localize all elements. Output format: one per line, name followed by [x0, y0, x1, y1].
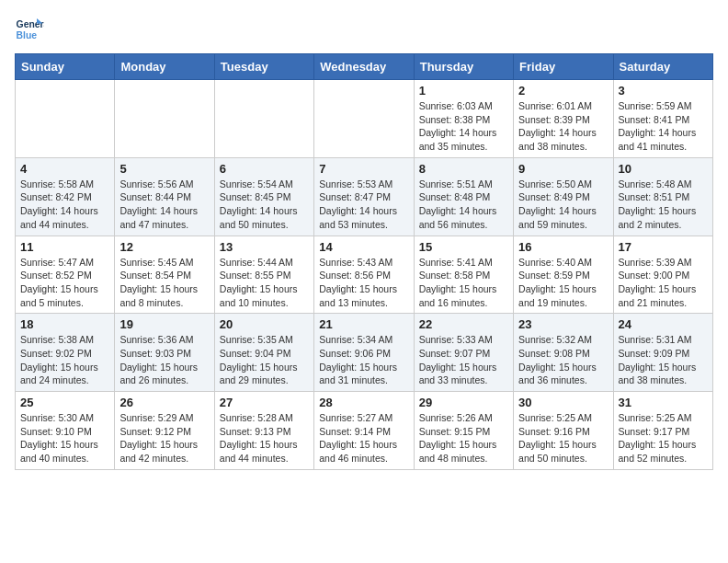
calendar-table: SundayMondayTuesdayWednesdayThursdayFrid… — [15, 53, 713, 470]
day-number: 21 — [319, 317, 408, 331]
day-number: 6 — [220, 162, 309, 176]
day-number: 12 — [119, 240, 209, 254]
logo-icon: General Blue — [15, 15, 44, 44]
calendar-cell: 3Sunrise: 5:59 AM Sunset: 8:41 PM Daylig… — [613, 80, 712, 158]
calendar-cell: 17Sunrise: 5:39 AM Sunset: 9:00 PM Dayli… — [613, 236, 712, 314]
calendar-week-1: 1Sunrise: 6:03 AM Sunset: 8:38 PM Daylig… — [16, 80, 713, 158]
day-number: 9 — [518, 162, 608, 176]
day-detail: Sunrise: 5:28 AM Sunset: 9:13 PM Dayligh… — [220, 411, 309, 465]
day-number: 19 — [119, 317, 209, 331]
day-detail: Sunrise: 5:30 AM Sunset: 9:10 PM Dayligh… — [20, 411, 109, 465]
logo: General Blue — [15, 15, 44, 44]
calendar-cell: 15Sunrise: 5:41 AM Sunset: 8:58 PM Dayli… — [414, 236, 513, 314]
day-detail: Sunrise: 5:32 AM Sunset: 9:08 PM Dayligh… — [518, 333, 608, 387]
day-detail: Sunrise: 5:35 AM Sunset: 9:04 PM Dayligh… — [220, 333, 309, 387]
day-detail: Sunrise: 5:38 AM Sunset: 9:02 PM Dayligh… — [20, 333, 109, 387]
calendar-cell — [214, 80, 313, 158]
weekday-header-wednesday: Wednesday — [314, 54, 414, 80]
day-number: 27 — [220, 396, 309, 409]
calendar-cell: 19Sunrise: 5:36 AM Sunset: 9:03 PM Dayli… — [115, 314, 214, 392]
day-number: 3 — [619, 84, 708, 98]
day-number: 15 — [419, 240, 508, 254]
day-detail: Sunrise: 6:03 AM Sunset: 8:38 PM Dayligh… — [419, 99, 508, 154]
calendar-cell — [115, 80, 214, 158]
day-number: 18 — [20, 317, 109, 331]
day-number: 24 — [619, 317, 708, 331]
calendar-cell: 1Sunrise: 6:03 AM Sunset: 8:38 PM Daylig… — [414, 80, 513, 158]
day-number: 8 — [419, 162, 508, 176]
calendar-cell: 29Sunrise: 5:26 AM Sunset: 9:15 PM Dayli… — [414, 392, 513, 470]
calendar-cell: 21Sunrise: 5:34 AM Sunset: 9:06 PM Dayli… — [314, 314, 414, 392]
calendar-cell: 20Sunrise: 5:35 AM Sunset: 9:04 PM Dayli… — [214, 314, 313, 392]
day-detail: Sunrise: 5:27 AM Sunset: 9:14 PM Dayligh… — [319, 411, 408, 465]
day-detail: Sunrise: 5:45 AM Sunset: 8:54 PM Dayligh… — [119, 256, 209, 310]
calendar-cell: 24Sunrise: 5:31 AM Sunset: 9:09 PM Dayli… — [613, 314, 712, 392]
day-detail: Sunrise: 5:36 AM Sunset: 9:03 PM Dayligh… — [119, 333, 209, 387]
day-detail: Sunrise: 6:01 AM Sunset: 8:39 PM Dayligh… — [518, 99, 608, 154]
weekday-header-tuesday: Tuesday — [214, 54, 313, 80]
day-number: 17 — [619, 240, 708, 254]
day-number: 16 — [518, 240, 608, 254]
day-detail: Sunrise: 5:50 AM Sunset: 8:49 PM Dayligh… — [518, 178, 608, 232]
calendar-cell: 2Sunrise: 6:01 AM Sunset: 8:39 PM Daylig… — [514, 80, 613, 158]
calendar-cell: 16Sunrise: 5:40 AM Sunset: 8:59 PM Dayli… — [514, 236, 613, 314]
day-number: 13 — [220, 240, 309, 254]
calendar-cell: 14Sunrise: 5:43 AM Sunset: 8:56 PM Dayli… — [314, 236, 414, 314]
calendar-week-2: 4Sunrise: 5:58 AM Sunset: 8:42 PM Daylig… — [16, 157, 713, 236]
day-number: 7 — [319, 162, 408, 176]
page-header: General Blue — [15, 15, 713, 44]
weekday-header-monday: Monday — [115, 54, 214, 80]
day-detail: Sunrise: 5:33 AM Sunset: 9:07 PM Dayligh… — [419, 333, 508, 387]
weekday-header-thursday: Thursday — [414, 54, 513, 80]
calendar-cell: 5Sunrise: 5:56 AM Sunset: 8:44 PM Daylig… — [115, 157, 214, 236]
calendar-cell: 12Sunrise: 5:45 AM Sunset: 8:54 PM Dayli… — [115, 236, 214, 314]
day-detail: Sunrise: 5:31 AM Sunset: 9:09 PM Dayligh… — [619, 333, 708, 387]
day-detail: Sunrise: 5:41 AM Sunset: 8:58 PM Dayligh… — [419, 256, 508, 310]
day-number: 1 — [419, 84, 508, 98]
day-number: 14 — [319, 240, 408, 254]
calendar-cell: 11Sunrise: 5:47 AM Sunset: 8:52 PM Dayli… — [16, 236, 115, 314]
calendar-cell: 6Sunrise: 5:54 AM Sunset: 8:45 PM Daylig… — [214, 157, 313, 236]
weekday-header-saturday: Saturday — [613, 54, 712, 80]
svg-text:Blue: Blue — [17, 30, 38, 40]
day-number: 31 — [619, 396, 708, 409]
day-detail: Sunrise: 5:47 AM Sunset: 8:52 PM Dayligh… — [20, 256, 109, 310]
day-number: 22 — [419, 317, 508, 331]
calendar-cell: 31Sunrise: 5:25 AM Sunset: 9:17 PM Dayli… — [613, 392, 712, 470]
calendar-cell: 22Sunrise: 5:33 AM Sunset: 9:07 PM Dayli… — [414, 314, 513, 392]
calendar-cell: 10Sunrise: 5:48 AM Sunset: 8:51 PM Dayli… — [613, 157, 712, 236]
day-detail: Sunrise: 5:43 AM Sunset: 8:56 PM Dayligh… — [319, 256, 408, 310]
weekday-header-sunday: Sunday — [16, 54, 115, 80]
calendar-cell: 9Sunrise: 5:50 AM Sunset: 8:49 PM Daylig… — [514, 157, 613, 236]
calendar-cell: 23Sunrise: 5:32 AM Sunset: 9:08 PM Dayli… — [514, 314, 613, 392]
calendar-cell: 25Sunrise: 5:30 AM Sunset: 9:10 PM Dayli… — [16, 392, 115, 470]
day-detail: Sunrise: 5:34 AM Sunset: 9:06 PM Dayligh… — [319, 333, 408, 387]
day-detail: Sunrise: 5:53 AM Sunset: 8:47 PM Dayligh… — [319, 178, 408, 232]
day-detail: Sunrise: 5:48 AM Sunset: 8:51 PM Dayligh… — [619, 178, 708, 232]
weekday-header-friday: Friday — [514, 54, 613, 80]
day-number: 25 — [20, 396, 109, 409]
calendar-cell: 4Sunrise: 5:58 AM Sunset: 8:42 PM Daylig… — [16, 157, 115, 236]
day-number: 20 — [220, 317, 309, 331]
calendar-cell: 28Sunrise: 5:27 AM Sunset: 9:14 PM Dayli… — [314, 392, 414, 470]
day-detail: Sunrise: 5:44 AM Sunset: 8:55 PM Dayligh… — [220, 256, 309, 310]
calendar-cell: 13Sunrise: 5:44 AM Sunset: 8:55 PM Dayli… — [214, 236, 313, 314]
calendar-week-5: 25Sunrise: 5:30 AM Sunset: 9:10 PM Dayli… — [16, 392, 713, 470]
day-detail: Sunrise: 5:58 AM Sunset: 8:42 PM Dayligh… — [20, 178, 109, 232]
calendar-cell: 27Sunrise: 5:28 AM Sunset: 9:13 PM Dayli… — [214, 392, 313, 470]
day-number: 28 — [319, 396, 408, 409]
day-detail: Sunrise: 5:56 AM Sunset: 8:44 PM Dayligh… — [119, 178, 209, 232]
calendar-cell: 26Sunrise: 5:29 AM Sunset: 9:12 PM Dayli… — [115, 392, 214, 470]
calendar-cell — [16, 80, 115, 158]
calendar-cell: 30Sunrise: 5:25 AM Sunset: 9:16 PM Dayli… — [514, 392, 613, 470]
day-detail: Sunrise: 5:59 AM Sunset: 8:41 PM Dayligh… — [619, 99, 708, 154]
day-detail: Sunrise: 5:25 AM Sunset: 9:16 PM Dayligh… — [518, 411, 608, 465]
day-detail: Sunrise: 5:54 AM Sunset: 8:45 PM Dayligh… — [220, 178, 309, 232]
calendar-cell — [314, 80, 414, 158]
calendar-cell: 18Sunrise: 5:38 AM Sunset: 9:02 PM Dayli… — [16, 314, 115, 392]
calendar-week-3: 11Sunrise: 5:47 AM Sunset: 8:52 PM Dayli… — [16, 236, 713, 314]
day-number: 11 — [20, 240, 109, 254]
calendar-cell: 7Sunrise: 5:53 AM Sunset: 8:47 PM Daylig… — [314, 157, 414, 236]
day-number: 4 — [20, 162, 109, 176]
day-number: 30 — [518, 396, 608, 409]
